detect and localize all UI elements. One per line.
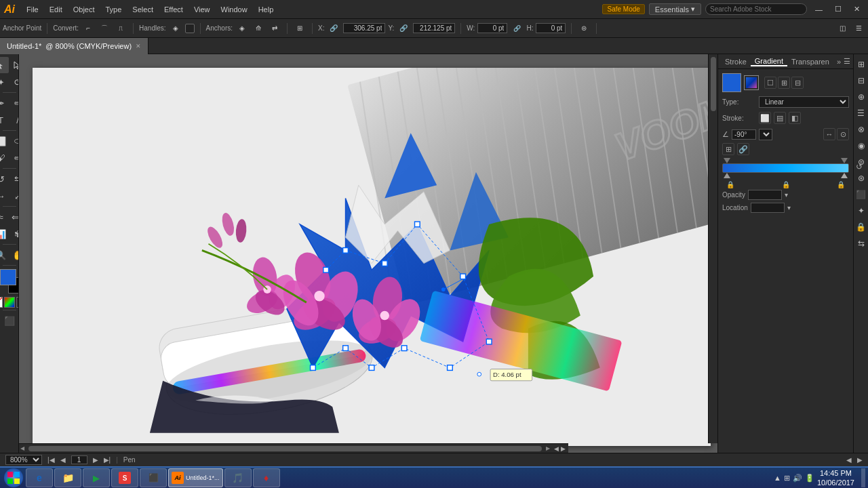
foreground-color-swatch[interactable] bbox=[0, 269, 16, 285]
shear-tool[interactable]: ⤢ bbox=[9, 188, 19, 204]
gradient-stroke-swatch[interactable] bbox=[744, 75, 759, 90]
system-clock[interactable]: 14:45 PM 10/06/2017 bbox=[817, 468, 854, 488]
nav-next[interactable]: ▶ bbox=[93, 456, 98, 464]
stroke-icon-3[interactable]: ◧ bbox=[789, 112, 801, 124]
menu-file[interactable]: File bbox=[22, 4, 43, 15]
rt-icon-4[interactable]: ☰ bbox=[854, 106, 869, 121]
gradient-stop-top-left[interactable] bbox=[724, 158, 730, 163]
gradient-link-icon[interactable]: 🔗 bbox=[737, 143, 749, 155]
scroll-right-h[interactable]: ▶ bbox=[857, 456, 863, 464]
rt-icon-9[interactable]: ⬛ bbox=[854, 187, 869, 202]
scroll-left-h[interactable]: ◀ bbox=[846, 456, 852, 464]
y-link-icon[interactable]: 🔗 bbox=[397, 22, 410, 35]
show-desktop-button[interactable] bbox=[861, 468, 865, 487]
opacity-input[interactable] bbox=[748, 190, 782, 200]
tray-volume-icon[interactable]: 🔊 bbox=[793, 474, 802, 483]
transform-icon[interactable]: ⊞ bbox=[293, 22, 307, 35]
maximize-button[interactable]: ☐ bbox=[831, 5, 846, 14]
angle-dropdown[interactable]: ▾ bbox=[759, 129, 772, 140]
page-number-input[interactable] bbox=[71, 455, 87, 464]
taskbar-media-player[interactable]: ▶ bbox=[83, 468, 110, 487]
v-scroll-thumb[interactable] bbox=[711, 57, 716, 111]
gradient-type-select[interactable]: Linear Radial bbox=[759, 96, 849, 108]
rectangle-tool[interactable]: ⬜ bbox=[0, 133, 9, 149]
link-wh-icon[interactable]: 🔗 bbox=[510, 22, 524, 35]
close-button[interactable]: ✕ bbox=[850, 5, 864, 14]
gradient-stop-bottom-left[interactable] bbox=[724, 173, 730, 178]
scale-tool[interactable]: ↔ bbox=[0, 188, 9, 204]
y-value-input[interactable] bbox=[413, 23, 455, 33]
menu-effect[interactable]: Effect bbox=[159, 4, 188, 15]
convert-mixed-icon[interactable]: ⎍ bbox=[114, 22, 127, 35]
anchor-shape-icon[interactable]: ◈ bbox=[235, 22, 249, 35]
menu-help[interactable]: Help bbox=[254, 4, 279, 15]
nav-prev[interactable]: ◀ bbox=[60, 456, 66, 464]
rt-icon-10[interactable]: ✦ bbox=[854, 203, 869, 218]
rt-icon-3[interactable]: ⊕ bbox=[854, 89, 869, 104]
taskbar-snagit[interactable]: S bbox=[111, 468, 138, 487]
canvas-area[interactable]: VOOM bbox=[19, 54, 717, 453]
type-tool[interactable]: T bbox=[0, 112, 9, 128]
taskbar-app-6[interactable]: 🎵 bbox=[224, 468, 252, 487]
nav-next-next[interactable]: ▶| bbox=[104, 456, 111, 464]
gradient-reverse-btn[interactable]: ↺ bbox=[856, 162, 863, 171]
h-scroll-thumb[interactable] bbox=[28, 446, 542, 451]
rt-icon-12[interactable]: ⇆ bbox=[854, 236, 869, 251]
gradient-tab[interactable]: Gradient bbox=[751, 57, 787, 66]
reflect-tool[interactable]: ⇆ bbox=[9, 171, 19, 187]
taskbar-app-7[interactable]: ♦ bbox=[253, 468, 280, 487]
anchor-arrow-icon[interactable]: ⟰ bbox=[252, 22, 265, 35]
scroll-left-arrow[interactable]: ◀ bbox=[19, 445, 26, 451]
gradient-color-bar[interactable] bbox=[722, 163, 849, 173]
menu-edit[interactable]: Edit bbox=[45, 4, 67, 15]
magic-wand-tool[interactable]: ✦ bbox=[0, 74, 9, 90]
lasso-tool[interactable]: ⟳ bbox=[9, 74, 19, 90]
zoom-tool[interactable]: 🔍 bbox=[0, 247, 9, 263]
gradient-mode-icon-3[interactable]: ⊟ bbox=[791, 77, 804, 89]
stroke-tab[interactable]: Stroke bbox=[721, 58, 751, 66]
location-dropdown-icon[interactable]: ▾ bbox=[787, 204, 791, 211]
gradient-icon-a[interactable]: ↔ bbox=[823, 128, 835, 140]
symbol-tool[interactable]: ✾ bbox=[9, 226, 19, 242]
panel-menu-icon[interactable]: ☰ bbox=[844, 57, 850, 66]
gradient-mode-icon-2[interactable]: ⊞ bbox=[778, 77, 790, 89]
stroke-icon-2[interactable]: ▤ bbox=[774, 112, 786, 124]
ellipse-tool[interactable]: ⬭ bbox=[9, 133, 19, 149]
essentials-button[interactable]: Essentials ▾ bbox=[649, 3, 701, 15]
rt-icon-6[interactable]: ◉ bbox=[854, 138, 869, 153]
opacity-dropdown-icon[interactable]: ▾ bbox=[785, 191, 788, 199]
menu-view[interactable]: View bbox=[189, 4, 215, 15]
selection-tool[interactable] bbox=[0, 57, 9, 73]
nav-prev-prev[interactable]: |◀ bbox=[47, 456, 55, 464]
transparency-tab[interactable]: Transparen bbox=[787, 58, 833, 66]
extra-icon-2[interactable]: ☰ bbox=[852, 22, 865, 35]
vertical-scrollbar[interactable] bbox=[708, 54, 717, 443]
taskbar-file-manager[interactable]: ⬛ bbox=[140, 468, 167, 487]
extra-icon-1[interactable]: ◫ bbox=[835, 22, 849, 35]
tray-arrow-icon[interactable]: ▲ bbox=[774, 474, 781, 482]
gradient-color-swatch[interactable] bbox=[722, 73, 741, 92]
panel-expand-icon[interactable]: » bbox=[837, 58, 841, 66]
gradient-icon-b[interactable]: ⊙ bbox=[837, 128, 849, 140]
search-input[interactable] bbox=[705, 3, 807, 15]
horizontal-scrollbar[interactable]: ◀ ▶ ◀ ▶ bbox=[19, 443, 568, 453]
column-graph-tool[interactable]: 📊 bbox=[0, 226, 9, 242]
anchor-flip-icon[interactable]: ⇄ bbox=[268, 22, 281, 35]
artboard-view-btn[interactable]: ⬛ bbox=[1, 312, 18, 329]
paintbrush-tool[interactable]: 🖌 bbox=[0, 150, 9, 166]
line-tool[interactable]: / bbox=[9, 112, 19, 128]
scroll-page-arrows[interactable]: ◀ ▶ bbox=[551, 445, 568, 452]
handle-icon-1[interactable]: ◈ bbox=[169, 22, 182, 35]
start-button[interactable] bbox=[3, 467, 24, 488]
scroll-right-arrow[interactable]: ▶ bbox=[545, 445, 551, 451]
angle-input[interactable] bbox=[732, 129, 756, 140]
gradient-mode-icon-1[interactable]: ☐ bbox=[764, 77, 776, 89]
menu-window[interactable]: Window bbox=[216, 4, 252, 15]
artwork-area[interactable]: VOOM bbox=[33, 68, 711, 446]
none-swatch[interactable] bbox=[0, 297, 3, 308]
warp-tool[interactable]: ≈ bbox=[0, 209, 9, 225]
gradient-stop-bottom-right[interactable] bbox=[841, 173, 848, 178]
direct-selection-tool[interactable] bbox=[9, 57, 19, 73]
width-tool[interactable]: ⟺ bbox=[9, 209, 19, 225]
rt-icon-11[interactable]: 🔒 bbox=[854, 220, 869, 235]
